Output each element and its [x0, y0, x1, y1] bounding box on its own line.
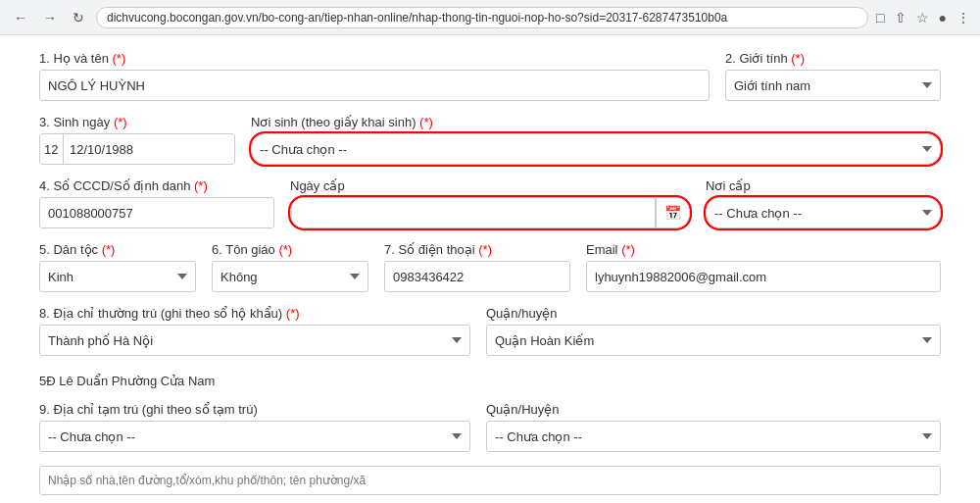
group-noisinh: Nơi sinh (theo giấy khai sinh) (*) -- Ch…	[251, 115, 941, 165]
row-name-gender: 1. Họ và tên (*) 2. Giới tính (*) Giới t…	[39, 51, 941, 101]
label-dantoc: 5. Dân tộc (*)	[39, 242, 196, 257]
label-cccd: 4. Số CCCD/Số định danh (*)	[39, 178, 274, 193]
input-sdt[interactable]	[384, 261, 570, 292]
input-email[interactable]	[586, 261, 941, 292]
input-hoten[interactable]	[39, 70, 710, 101]
reload-button[interactable]: ↻	[69, 8, 88, 27]
input-ngaycap[interactable]	[291, 197, 656, 228]
label-quanht: Quận/Huyện	[486, 402, 941, 417]
group-diachi: 8. Địa chỉ thường trú (ghi theo sổ hộ kh…	[39, 306, 470, 356]
label-hoten: 1. Họ và tên (*)	[39, 51, 710, 66]
address-bar[interactable]	[96, 7, 868, 28]
star-icon: ☆	[916, 10, 929, 25]
group-dantoc: 5. Dân tộc (*) Kinh	[39, 242, 196, 292]
ngaycap-wrap: 📅	[290, 197, 690, 228]
group-quan: Quận/huyện Quận Hoàn Kiếm	[486, 306, 941, 356]
group-quanht: Quận/Huyện -- Chưa chọn --	[486, 402, 941, 452]
forward-button[interactable]: →	[39, 8, 61, 27]
select-noicap[interactable]: -- Chưa chọn --	[706, 197, 941, 228]
label-tongiao: 6. Tôn giáo (*)	[212, 242, 368, 257]
day-select[interactable]: 12	[40, 134, 64, 164]
group-cccd: 4. Số CCCD/Số định danh (*)	[39, 178, 274, 228]
select-diachi[interactable]: Thành phố Hà Nội	[39, 325, 470, 356]
row-dantoc-tongiao-sdt-email: 5. Dân tộc (*) Kinh 6. Tôn giáo (*) Khôn…	[39, 242, 941, 292]
group-sinhnay: 3. Sinh ngày (*) 12 📅	[39, 115, 235, 165]
menu-icon: ⋮	[956, 10, 970, 25]
select-noisinh[interactable]: -- Chưa chọn --	[251, 133, 941, 165]
select-tamtru[interactable]: -- Chưa chọn --	[39, 421, 470, 452]
group-email: Email (*)	[586, 242, 941, 292]
label-gioitinh: 2. Giới tính (*)	[725, 51, 941, 66]
form-container: 1. Họ và tên (*) 2. Giới tính (*) Giới t…	[0, 35, 980, 503]
input-tamtru-addr[interactable]	[39, 466, 941, 495]
label-sinhngay: 3. Sinh ngày (*)	[39, 115, 235, 129]
row-diachi-quan: 8. Địa chỉ thường trú (ghi theo sổ hộ kh…	[39, 306, 941, 356]
select-quan[interactable]: Quận Hoàn Kiếm	[486, 325, 941, 356]
row-birthdate-birthplace: 3. Sinh ngày (*) 12 📅 Nơi sinh (theo giấ…	[39, 115, 941, 165]
profile-icon: ●	[939, 10, 947, 25]
group-sdt: 7. Số điện thoại (*)	[384, 242, 570, 292]
label-ngaycap: Ngày cấp	[290, 178, 690, 193]
group-noicap: Nơi cấp -- Chưa chọn --	[706, 178, 941, 228]
address-text: 5Đ Lê Duẩn Phường Cửa Nam	[39, 370, 215, 392]
row-addr-text: 5Đ Lê Duẩn Phường Cửa Nam	[39, 370, 941, 392]
select-gioitinh[interactable]: Giới tính nam	[725, 70, 941, 101]
row-tamtru-quan: 9. Địa chỉ tạm trú (ghi theo sổ tạm trú)…	[39, 402, 941, 452]
date-text-input[interactable]	[64, 134, 235, 164]
label-diachi: 8. Địa chỉ thường trú (ghi theo sổ hộ kh…	[39, 306, 470, 321]
share-icon: ⇧	[895, 10, 906, 25]
back-button[interactable]: ←	[10, 8, 31, 27]
browser-icons: □ ⇧ ☆ ● ⋮	[876, 10, 970, 25]
label-tamtru: 9. Địa chỉ tạm trú (ghi theo sổ tạm trú)	[39, 402, 470, 417]
group-ngaycap: Ngày cấp 📅	[290, 178, 690, 228]
select-tongiao[interactable]: Không	[212, 261, 368, 292]
date-input-wrap: 12 📅	[39, 133, 235, 165]
label-quan: Quận/huyện	[486, 306, 941, 321]
row-tamtru-addr	[39, 466, 941, 495]
extension-icon: □	[876, 10, 884, 25]
select-quanht[interactable]: -- Chưa chọn --	[486, 421, 941, 452]
input-cccd[interactable]	[39, 197, 274, 228]
group-gioitinh: 2. Giới tính (*) Giới tính nam	[725, 51, 941, 101]
browser-bar: ← → ↻ □ ⇧ ☆ ● ⋮	[0, 0, 980, 35]
ngaycap-calendar-icon[interactable]: 📅	[656, 198, 689, 227]
group-hoten: 1. Họ và tên (*)	[39, 51, 710, 101]
label-noisinh: Nơi sinh (theo giấy khai sinh) (*)	[251, 115, 941, 129]
group-tongiao: 6. Tôn giáo (*) Không	[212, 242, 368, 292]
label-sdt: 7. Số điện thoại (*)	[384, 242, 570, 257]
label-email: Email (*)	[586, 242, 941, 257]
label-noicap: Nơi cấp	[706, 178, 941, 193]
row-cccd-ngaycap-noicap: 4. Số CCCD/Số định danh (*) Ngày cấp 📅 N…	[39, 178, 941, 228]
group-tamtru: 9. Địa chỉ tạm trú (ghi theo sổ tạm trú)…	[39, 402, 470, 452]
select-dantoc[interactable]: Kinh	[39, 261, 196, 292]
